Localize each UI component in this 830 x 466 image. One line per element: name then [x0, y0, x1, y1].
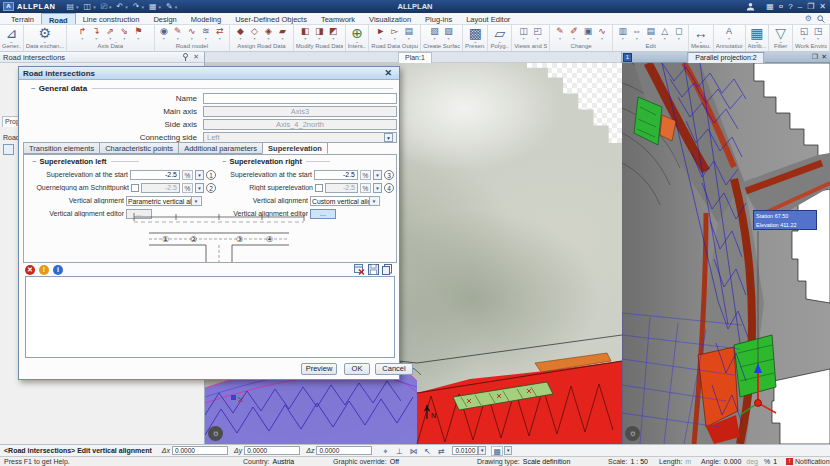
checkbox[interactable] [131, 184, 139, 192]
ribbon-tab-teamwork[interactable]: Teamwork [314, 13, 362, 24]
dropdown-icon[interactable]: ▾ [159, 4, 162, 10]
mirror-icon[interactable]: ⇔▾ [630, 26, 643, 41]
snap-distance-field[interactable]: 0.0100 [452, 446, 478, 455]
dropdown-icon[interactable]: ▾ [408, 37, 410, 41]
measure-icon[interactable]: ↔▾ [691, 26, 711, 43]
dialog-tab-superelevation[interactable]: Superelevation [262, 142, 328, 154]
plan-sun-brightness-icon[interactable]: ☼ [208, 426, 223, 441]
dropdown-icon[interactable]: ▾ [175, 4, 178, 10]
notifications-button[interactable]: ! Notifications [786, 458, 830, 465]
warnings-filter-icon[interactable]: ! [39, 265, 49, 275]
vertical-alignment-select[interactable]: Parametric vertical alignment▼ [126, 196, 202, 206]
preview-button[interactable]: Preview [301, 363, 337, 375]
road-curve-icon[interactable]: ∿▾ [185, 26, 198, 41]
dropdown-icon[interactable]: ▾ [559, 37, 561, 41]
modify-3-icon[interactable]: ◩▾ [327, 26, 340, 41]
dialog-title-bar[interactable]: Road intersections ✕ [19, 67, 399, 80]
assign-2-icon[interactable]: ◇▾ [248, 26, 261, 41]
dropdown-icon[interactable]: ▾ [803, 37, 805, 41]
rotate-icon[interactable]: △▾ [658, 26, 671, 41]
axis-down-icon[interactable]: ⇘▾ [118, 26, 131, 41]
change-box-icon[interactable]: ▣▾ [582, 26, 595, 41]
dropdown-icon[interactable]: ▾ [163, 37, 165, 41]
dropdown-icon[interactable]: ▾ [448, 37, 450, 41]
polygon-icon[interactable]: ▱▾ [490, 26, 509, 43]
shop-icon[interactable]: ¤ [779, 2, 783, 11]
axis-edit-icon[interactable]: ↴▾ [90, 26, 103, 41]
array-icon[interactable]: ▤▾ [644, 26, 657, 41]
cursor-snap-icon[interactable]: ↖ [421, 446, 433, 456]
errors-filter-icon[interactable]: ✕ [25, 265, 35, 275]
dropdown-icon[interactable]: ▼ [373, 183, 382, 193]
dropdown-icon[interactable]: ▾ [664, 37, 666, 41]
dropdown-icon[interactable]: ▾ [205, 37, 207, 41]
ribbon-tab-modeling[interactable]: Modeling [184, 13, 228, 24]
pencil-icon[interactable]: ✎▾ [554, 26, 567, 41]
dropdown-icon[interactable]: ▾ [636, 37, 638, 41]
parallel-projection-canvas[interactable]: Station 67.50 Elevation 411.22 ☼ [622, 63, 830, 444]
coord-input-z[interactable]: 0.0000 [316, 446, 372, 455]
grid-snap-icon[interactable]: ▦ [491, 446, 503, 456]
apps-grid-icon[interactable]: ▦ [766, 2, 774, 11]
assign-1-icon[interactable]: ◆▾ [234, 26, 247, 41]
vertical-alignment-select[interactable]: Custom vertical alignment▼ [310, 196, 380, 206]
pp-sun-brightness-icon[interactable]: ☼ [625, 426, 640, 441]
maximize-icon[interactable]: ❐ [807, 2, 814, 11]
dropdown-icon[interactable]: ▾ [622, 37, 624, 41]
dropdown-icon[interactable]: ▼ [195, 170, 204, 180]
dropdown-icon[interactable]: ▼ [369, 197, 378, 205]
coord-input-y[interactable]: 0.0000 [244, 446, 300, 455]
info-filter-icon[interactable]: i [53, 265, 63, 275]
general-tools-icon[interactable]: ⊿▾ [2, 26, 21, 43]
plan-tab[interactable]: Plan:1 [398, 52, 432, 63]
dropdown-icon[interactable]: ▾ [125, 4, 128, 10]
axis-up-icon[interactable]: ⇗▾ [104, 26, 117, 41]
ribbon-tab-plug-ins[interactable]: Plug-ins [418, 13, 459, 24]
parallel-projection-tab[interactable]: Parallel projection:2 [687, 52, 764, 63]
workenv-2-icon[interactable]: ◳▾ [812, 26, 825, 41]
dropdown-icon[interactable]: ▾ [601, 37, 603, 41]
gear-icon[interactable]: ⚙ [805, 14, 812, 23]
coord-input-x[interactable]: 0.0000 [172, 446, 228, 455]
ribbon-tab-line-construction[interactable]: Line construction [76, 13, 147, 24]
dropdown-icon[interactable]: ▾ [380, 37, 382, 41]
road-pen-icon[interactable]: ✎▾ [171, 26, 184, 41]
dropdown-icon[interactable]: ▼ [384, 133, 393, 142]
dialog-tab-transition-elements[interactable]: Transition elements [23, 142, 99, 154]
copy-elem-icon[interactable]: ▥▾ [616, 26, 629, 41]
viewport-maximize-icon[interactable]: ❐ [812, 53, 818, 61]
workenv-1-icon[interactable]: ◱▾ [798, 26, 811, 41]
sections-icon[interactable]: ◰▾ [531, 26, 544, 41]
copy-list-icon[interactable] [382, 264, 393, 275]
intersections-icon[interactable]: ⊕▾ [348, 26, 367, 43]
dropdown-icon[interactable]: ▾ [109, 4, 112, 10]
viewport-close-icon[interactable]: ✕ [821, 53, 827, 61]
dialog-tab-characteristic-points[interactable]: Characteristic points [99, 142, 178, 154]
modify-1-icon[interactable]: ◧▾ [299, 26, 312, 41]
copy-icon[interactable]: ▦ [148, 1, 158, 12]
dropdown-icon[interactable]: ▾ [177, 37, 179, 41]
surface-2-icon[interactable]: ▨▾ [442, 26, 455, 41]
name-input[interactable] [203, 93, 397, 104]
axis-new-icon[interactable]: ↱▾ [76, 26, 89, 41]
dropdown-icon[interactable]: ▾ [219, 37, 221, 41]
edit-icon[interactable]: ✎ [165, 1, 174, 12]
ribbon-tab-road[interactable]: Road [41, 13, 76, 24]
ribbon-tab-user-defined-objects[interactable]: User-Defined Objects [228, 13, 314, 24]
pen-plus-icon[interactable]: ✐▾ [568, 26, 581, 41]
redo-icon[interactable]: ↷ [132, 1, 141, 12]
snap-point-icon[interactable]: ⌖ [379, 446, 391, 456]
undo-icon[interactable]: ↶ [116, 1, 125, 12]
ok-button[interactable]: OK [344, 363, 370, 375]
views-icon[interactable]: ◫▾ [517, 26, 530, 41]
assign-3-icon[interactable]: ◈▾ [262, 26, 275, 41]
dropdown-icon[interactable]: ▾ [76, 4, 79, 10]
track-line-icon[interactable]: ⇄ [435, 446, 447, 456]
spline-icon[interactable]: ∿▾ [596, 26, 609, 41]
road-target-icon[interactable]: ◉▾ [157, 26, 170, 41]
ribbon-tab-design[interactable]: Design [146, 13, 183, 24]
palette-tool-icon[interactable] [3, 144, 14, 155]
plot-icon[interactable]: ⎚ [100, 1, 108, 12]
minimize-icon[interactable]: – [798, 2, 802, 11]
modify-2-icon[interactable]: ◨▾ [313, 26, 326, 41]
